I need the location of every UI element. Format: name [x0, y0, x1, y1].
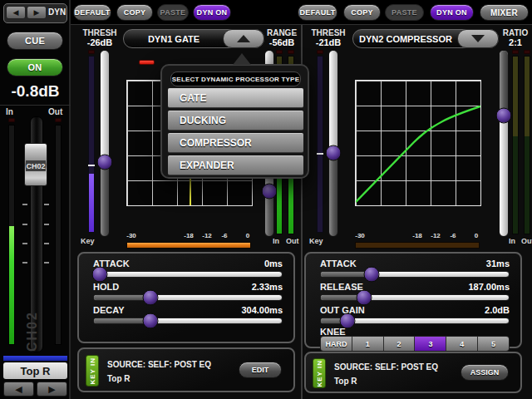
dyn1-keyin-name: Top R	[107, 374, 131, 383]
dyn1-gate-closed-indicator	[139, 60, 155, 65]
dyn2-on-button[interactable]: DYN ON	[430, 4, 474, 21]
dyn1-on-button[interactable]: DYN ON	[193, 4, 231, 21]
release-label: RELEASE	[320, 282, 363, 292]
fader-tick	[44, 243, 49, 244]
fader-tick	[44, 224, 49, 225]
dyn1-attack-row: ATTACK 0ms	[79, 259, 293, 282]
top-toolbar: DEFAULT COPY PASTE DYN ON DEFAULT COPY P…	[71, 0, 532, 25]
right-arrow-icon: ▶	[34, 8, 40, 17]
dyn1-hold-slider-thumb[interactable]	[142, 290, 158, 306]
dyn2-paste-button[interactable]: PASTE	[385, 4, 424, 21]
knee-3-button[interactable]: 3	[414, 337, 446, 351]
mixer-button[interactable]: MIXER	[480, 4, 529, 21]
dyn1-out-clip	[288, 50, 294, 54]
dyn2-release-row: RELEASE 187.00ms	[306, 282, 520, 305]
dyn1-keyin-panel: KEY IN SOURCE: SELF: POST EQ Top R EDIT	[77, 347, 295, 392]
dyn2-attack-slider[interactable]	[320, 271, 510, 278]
dyn1-decay-slider-thumb[interactable]	[142, 313, 158, 329]
attack-label: ATTACK	[320, 259, 357, 268]
popup-option-ducking[interactable]: DUCKING	[168, 111, 303, 131]
dyn1-copy-button[interactable]: COPY	[116, 4, 153, 21]
dyn1-thresh-slider[interactable]	[100, 50, 110, 237]
popup-pointer	[233, 53, 251, 65]
cue-button[interactable]: CUE	[7, 32, 63, 50]
dyn-mode-label: DYN	[48, 7, 65, 17]
dyn1-keyin-edit-button[interactable]: EDIT	[239, 362, 282, 378]
release-value: 187.00ms	[468, 282, 510, 292]
dyn1-hold-slider[interactable]	[93, 294, 283, 301]
dyn1-attack-slider[interactable]	[93, 271, 283, 278]
dyn2-ratio-slider-thumb[interactable]	[496, 108, 512, 124]
channel-fader[interactable]: CH02	[24, 143, 47, 186]
dyn1-paste-button[interactable]: PASTE	[157, 4, 189, 21]
hold-label: HOLD	[93, 282, 119, 292]
chevron-down-icon	[471, 35, 485, 42]
dyn1-collapse-arrow-button[interactable]	[223, 29, 264, 48]
knee-2-button[interactable]: 2	[383, 337, 415, 351]
channel-prev-button[interactable]: ◀	[3, 382, 34, 397]
dyn1-scale-6: -6	[221, 232, 227, 239]
channel-sidebar: ◀ ▶ DYN CUE ON -0.8dB In Out CH02 CH02 T	[0, 0, 71, 399]
fader-tick	[22, 224, 27, 225]
fader-tick	[44, 204, 49, 205]
processor-type-popup: SELECT DYNAMIC PROCESSOR TYPE GATE DUCKI…	[160, 64, 309, 179]
dyn1-range-readout: RANGE-56dB	[263, 28, 301, 47]
dyn1-key-threshold-marker	[88, 165, 95, 166]
dyn1-decay-slider[interactable]	[93, 318, 283, 324]
dyn2-keyin-assign-button[interactable]: ASSIGN	[461, 364, 509, 381]
on-button[interactable]: ON	[7, 58, 63, 76]
dyn2-scale-12: -12	[431, 232, 441, 239]
dyn2-outgain-slider[interactable]	[320, 318, 510, 324]
channel-id-watermark: CH02	[25, 281, 40, 352]
dyn1-range-slider-thumb[interactable]	[262, 184, 278, 200]
dyn2-copy-button[interactable]: COPY	[343, 4, 381, 21]
dyn2-keyin-source: SOURCE: SELF: POST EQ	[334, 362, 438, 372]
nav-next-button[interactable]: ▶	[27, 6, 47, 19]
dyn2-scale-6: -6	[450, 232, 456, 239]
dyn2-default-button[interactable]: DEFAULT	[298, 4, 337, 21]
knee-hard-button[interactable]: HARD	[321, 337, 352, 351]
dyn2-thresh-slider[interactable]	[328, 50, 338, 237]
dyn2-processor-dropdown[interactable]: DYN2 COMPRESSOR	[352, 29, 499, 48]
dyn1-processor-dropdown[interactable]: DYN1 GATE	[123, 29, 264, 48]
dyn1-decay-row: DECAY 304.00ms	[79, 305, 293, 328]
dyn2-scale-18: -18	[412, 232, 422, 239]
right-arrow-icon: ▶	[48, 384, 55, 395]
dyn2-thresh-slider-thumb[interactable]	[326, 145, 342, 160]
popup-option-expander[interactable]: EXPANDER	[168, 155, 303, 175]
knee-4-button[interactable]: 4	[446, 337, 477, 351]
dyn2-out-label: Out	[521, 237, 532, 245]
dyn2-expand-arrow-button[interactable]	[457, 29, 499, 48]
popup-option-gate[interactable]: GATE	[168, 88, 303, 108]
dyn2-attack-slider-thumb[interactable]	[364, 267, 380, 283]
fader-tick	[22, 262, 27, 264]
dyn1-key-meter	[88, 56, 95, 233]
dyn1-default-button[interactable]: DEFAULT	[73, 4, 111, 21]
dyn2-transfer-graph	[355, 80, 481, 206]
dyn2-release-slider[interactable]	[320, 294, 510, 301]
dyn2-release-slider-thumb[interactable]	[356, 290, 372, 306]
chevron-up-icon	[237, 35, 250, 42]
nav-prev-button[interactable]: ◀	[6, 6, 26, 19]
dyn1-params-panel: ATTACK 0ms HOLD 2.33ms DECAY 304.00ms	[77, 252, 295, 343]
knee-1-button[interactable]: 1	[352, 337, 383, 351]
knee-5-button[interactable]: 5	[477, 337, 509, 351]
fader-tick	[22, 204, 27, 205]
fader-channel-label: CH02	[26, 160, 46, 171]
dyn2-outgain-row: OUT GAIN 2.0dB	[306, 305, 520, 328]
dyn2-in-clip	[512, 50, 519, 54]
dyn2-out-meter	[524, 56, 530, 234]
dyn1-scale-30: -30	[126, 232, 136, 239]
dyn2-ratio-slider[interactable]	[499, 50, 509, 237]
hold-value: 2.33ms	[252, 282, 283, 292]
channel-next-button[interactable]: ▶	[37, 382, 67, 397]
fader-tick	[22, 243, 27, 244]
fader-tick	[44, 262, 49, 264]
dyn2-in-meter	[512, 56, 519, 234]
channel-name-label: Top R	[3, 362, 67, 379]
popup-option-compressor[interactable]: COMPRESSOR	[168, 133, 303, 153]
dyn1-attack-slider-thumb[interactable]	[91, 267, 107, 283]
dyn1-scale-12: -12	[202, 232, 212, 239]
dyn2-in-label: In	[509, 237, 515, 245]
dyn1-thresh-slider-thumb[interactable]	[97, 154, 113, 170]
